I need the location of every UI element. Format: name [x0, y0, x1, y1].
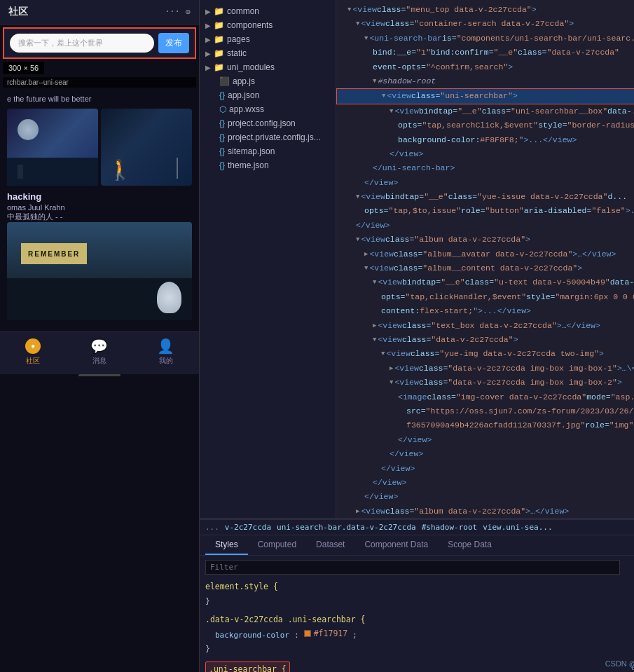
html-line[interactable]: ▼ <view class="data-v-2c27ccda" > — [336, 333, 634, 347]
filter-input[interactable] — [205, 560, 620, 575]
nav-label-messages: 消息 — [92, 356, 106, 366]
tab-dataset[interactable]: Dataset — [306, 535, 354, 555]
image-night: 🚶 — [101, 109, 192, 186]
search-input[interactable]: 搜索一下，差上这个世界 — [10, 34, 154, 53]
tab-scope-data[interactable]: Scope Data — [438, 535, 502, 555]
html-line[interactable]: </view> — [336, 462, 634, 476]
expand-arrow: ▼ — [347, 5, 351, 15]
file-item-static[interactable]: ▶ 📁 static — [200, 46, 336, 60]
file-item-project-private[interactable]: {} project.private.config.js... — [200, 130, 336, 144]
nav-item-community[interactable]: ● 社区 — [25, 338, 41, 366]
html-line[interactable]: content:flex-start;">...</view> — [336, 304, 634, 318]
html-line[interactable]: ▼ <view class="data-v-2c27ccda img-box i… — [336, 376, 634, 390]
arrow-uni-modules: ▶ — [205, 64, 211, 71]
breadcrumb-item-3[interactable]: view.uni-sea... — [483, 523, 552, 532]
html-line[interactable]: ▼ <view bindtap="__e" class="uni-searchb… — [336, 104, 634, 118]
image-remember: REMEMBER — [7, 222, 192, 320]
html-line[interactable]: ▶ <view class="data-v-2c27ccda img-box i… — [336, 362, 634, 376]
html-line[interactable]: </view> — [336, 147, 634, 161]
file-item-sitemap[interactable]: {} sitemap.json — [200, 144, 336, 158]
nav-item-messages[interactable]: 💬 消息 — [91, 338, 108, 366]
html-panel: ▼ <view class="menu_top data-v-2c27ccda"… — [336, 0, 634, 518]
html-line[interactable]: ▼ <view class="container-serach data-v-2… — [336, 17, 634, 31]
html-line[interactable]: event-opts="^confirm,search"> — [336, 60, 634, 74]
file-item-app-json[interactable]: {} app.json — [200, 88, 336, 102]
html-line[interactable]: </uni-search-bar> — [336, 161, 634, 175]
html-line[interactable]: opts="tap,clickHandler,$event" style="ma… — [336, 290, 634, 304]
devtools-container: ▶ 📁 common ▶ 📁 components ▶ 📁 pages ▶ 📁 … — [200, 0, 634, 672]
breadcrumb-item-1[interactable]: uni-search-bar.data-v-2c27ccda — [277, 523, 416, 532]
html-line[interactable]: </view> — [336, 433, 634, 447]
html-line[interactable]: opts="tap,$to,issue" role="button" aria-… — [336, 204, 634, 218]
html-line[interactable]: ▶ <view class="text_box data-v-2c27ccda"… — [336, 319, 634, 333]
breadcrumb-dots: ... — [205, 523, 219, 532]
expand-arrow-closed: ▶ — [356, 507, 359, 516]
nav-item-profile[interactable]: 👤 我的 — [158, 338, 174, 366]
css-selector: element.style { — [205, 582, 278, 591]
file-item-components[interactable]: ▶ 📁 components — [200, 18, 336, 32]
tab-computed[interactable]: Computed — [248, 535, 306, 555]
html-line-uni-searchbar[interactable]: ▼ <view class="uni-searchbar" > — [336, 88, 634, 104]
section-author: omas Juul Krahn — [7, 203, 192, 212]
breadcrumb-item-2[interactable]: #shadow-root — [422, 523, 477, 532]
color-swatch — [304, 630, 311, 637]
html-line[interactable]: </view> — [336, 490, 634, 504]
html-line[interactable]: src="https://oss.sjun7.com/zs-forum/2023… — [336, 404, 634, 418]
breadcrumb-item-0[interactable]: v-2c27ccda — [225, 523, 271, 532]
file-tree: ▶ 📁 common ▶ 📁 components ▶ 📁 pages ▶ 📁 … — [200, 0, 336, 518]
html-line[interactable]: ▼ <view class="album__content data-v-2c2… — [336, 261, 634, 275]
file-item-uni-modules[interactable]: ▶ 📁 uni_modules — [200, 60, 336, 74]
chat-icon: 💬 — [90, 338, 108, 355]
html-line[interactable]: ▼ <view class="album data-v-2c27ccda" > — [336, 233, 634, 247]
html-line[interactable]: <image class="img-cover data-v-2c27ccda"… — [336, 390, 634, 404]
tab-component-data[interactable]: Component Data — [354, 535, 438, 555]
html-line[interactable]: ▼ <view class="menu_top data-v-2c27ccda"… — [336, 3, 634, 17]
more-icon: ··· — [165, 7, 180, 17]
html-line[interactable]: ▼ <view class="yue-img data-v-2c27ccda t… — [336, 347, 634, 361]
html-line[interactable]: background-color:#F8F8F8;">...</view> — [336, 133, 634, 147]
html-line[interactable]: ▼ <uni-search-bar is="components/uni-sea… — [336, 32, 634, 46]
html-line[interactable]: opts="tap,searchClick,$event" style="bor… — [336, 118, 634, 132]
file-item-project-config[interactable]: {} project.config.json — [200, 116, 336, 130]
expand-arrow: ▼ — [373, 335, 376, 345]
billboard-text: REMEMBER — [28, 250, 80, 258]
file-name-theme: theme.json — [228, 160, 269, 170]
html-line[interactable]: ▼ <view bindtap="__e" class="u-text data… — [336, 275, 634, 289]
html-line[interactable]: ▶ <view class="album__avatar data-v-2c27… — [336, 247, 634, 261]
json-icon-private: {} — [219, 132, 225, 142]
html-line-shadow-root[interactable]: ▼ #shadow-root — [336, 74, 634, 88]
file-item-app-wxss[interactable]: ⬡ app.wxss — [200, 102, 336, 116]
expand-arrow: ▼ — [356, 19, 359, 29]
file-item-app-js[interactable]: ⬛ app.js — [200, 74, 336, 88]
css-closing: } — [205, 596, 210, 605]
section-desc: 中最孤独的人 - - — [7, 212, 192, 222]
expand-arrow-closed: ▶ — [373, 321, 376, 331]
html-line[interactable]: f3657090a49b4226acfadd112a70337f.jpg" ro… — [336, 418, 634, 432]
tab-styles[interactable]: Styles — [205, 535, 248, 555]
folder-icon-static: 📁 — [214, 48, 224, 58]
expand-arrow-closed: ▶ — [364, 249, 368, 259]
devtools-top: ▶ 📁 common ▶ 📁 components ▶ 📁 pages ▶ 📁 … — [200, 0, 634, 518]
html-line[interactable]: </view> — [336, 447, 634, 461]
html-line[interactable]: ▶ <view class="album data-v-2c27ccda" >…… — [336, 505, 634, 518]
content-area: e the future will be better 🚶 hacking om… — [0, 89, 199, 331]
file-name-components: components — [227, 20, 273, 30]
html-line[interactable]: bind:__e="1" bind:confirm="__e" class="d… — [336, 46, 634, 60]
file-name-project-config: project.config.json — [228, 118, 296, 128]
file-item-common[interactable]: ▶ 📁 common — [200, 4, 336, 18]
folder-icon-pages: 📁 — [214, 34, 224, 44]
devtools-bottom: ... v-2c27ccda uni-search-bar.data-v-2c2… — [200, 518, 634, 672]
file-item-pages[interactable]: ▶ 📁 pages — [200, 32, 336, 46]
expand-arrow: ▼ — [373, 277, 376, 287]
html-line[interactable]: </view> — [336, 476, 634, 490]
phone-top-bar: 社区 ··· ⊙ — [0, 0, 199, 25]
bottom-nav: ● 社区 💬 消息 👤 我的 — [0, 331, 199, 374]
community-nav-icon: ● — [25, 338, 41, 355]
css-rule-element-style: element.style { } — [205, 580, 634, 608]
html-line[interactable]: </view> — [336, 219, 634, 233]
publish-button[interactable]: 发布 — [158, 33, 189, 53]
file-item-theme[interactable]: {} theme.json — [200, 158, 336, 172]
html-line[interactable]: ▼ <view bindtap="__e" class="yue-issue d… — [336, 190, 634, 204]
file-name-static: static — [227, 48, 247, 58]
html-line[interactable]: </view> — [336, 176, 634, 190]
